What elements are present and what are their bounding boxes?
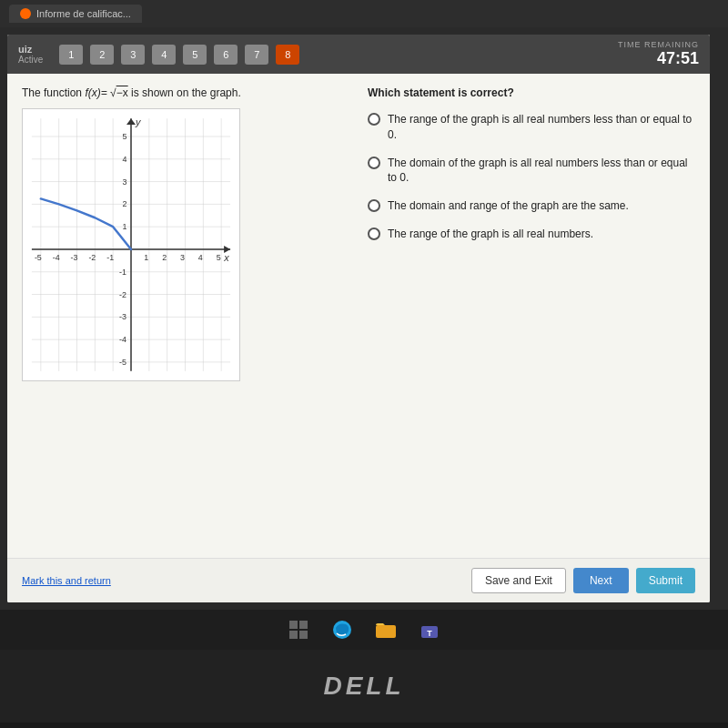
quiz-container: uiz Active 1 2 3 4 5 6 7 8 TIME REMAININ… bbox=[7, 35, 710, 602]
taskbar-folder-icon[interactable] bbox=[373, 617, 399, 642]
quiz-title-area: uiz Active bbox=[18, 44, 43, 65]
svg-text:-5: -5 bbox=[35, 253, 42, 262]
answer-text-1: The range of the graph is all real numbe… bbox=[388, 112, 695, 143]
right-panel: Which statement is correct? The range of… bbox=[368, 86, 695, 545]
svg-text:-1: -1 bbox=[106, 253, 114, 262]
svg-text:-4: -4 bbox=[119, 335, 126, 344]
radio-3[interactable] bbox=[368, 199, 380, 212]
svg-rect-48 bbox=[289, 621, 298, 629]
question-btn-1[interactable]: 1 bbox=[59, 45, 83, 65]
svg-rect-50 bbox=[289, 631, 298, 639]
taskbar-edge-icon[interactable] bbox=[329, 617, 355, 642]
svg-text:y: y bbox=[135, 116, 141, 127]
monitor-screen: uiz Active 1 2 3 4 5 6 7 8 TIME REMAININ… bbox=[0, 27, 728, 610]
browser-tab[interactable]: Informe de calificac... bbox=[9, 5, 142, 23]
question-btn-4[interactable]: 4 bbox=[152, 45, 176, 65]
svg-text:4: 4 bbox=[123, 155, 127, 164]
answer-text-2: The domain of the graph is all real numb… bbox=[388, 156, 695, 187]
which-statement: Which statement is correct? bbox=[368, 86, 695, 99]
edge-icon bbox=[331, 619, 353, 641]
radio-2[interactable] bbox=[368, 157, 380, 169]
answer-text-3: The domain and range of the graph are th… bbox=[388, 198, 629, 214]
svg-text:1: 1 bbox=[123, 222, 127, 231]
svg-text:2: 2 bbox=[162, 253, 167, 262]
dell-area: DELL bbox=[0, 650, 728, 723]
svg-text:5: 5 bbox=[217, 253, 221, 262]
svg-text:-2: -2 bbox=[119, 290, 126, 299]
svg-text:5: 5 bbox=[123, 132, 127, 141]
taskbar: T bbox=[0, 610, 728, 650]
graph-svg: y x -5 -4 -3 -2 -1 1 2 3 4 5 bbox=[23, 109, 239, 380]
submit-button[interactable]: Submit bbox=[636, 568, 695, 593]
question-text: The function f(x)= √−x is shown on the g… bbox=[22, 86, 349, 99]
svg-text:2: 2 bbox=[123, 199, 127, 208]
radio-4[interactable] bbox=[368, 228, 380, 240]
svg-text:1: 1 bbox=[144, 253, 148, 262]
svg-text:3: 3 bbox=[123, 177, 127, 187]
svg-text:-3: -3 bbox=[119, 312, 126, 321]
tab-title: Informe de calificac... bbox=[36, 8, 131, 19]
svg-marker-25 bbox=[126, 118, 136, 125]
svg-rect-49 bbox=[299, 621, 308, 629]
left-panel: The function f(x)= √−x is shown on the g… bbox=[22, 86, 349, 545]
dell-logo: DELL bbox=[323, 672, 404, 701]
answer-text-4: The range of the graph is all real numbe… bbox=[388, 227, 593, 242]
svg-text:-5: -5 bbox=[119, 358, 126, 367]
answer-option-1[interactable]: The range of the graph is all real numbe… bbox=[368, 112, 695, 143]
svg-text:T: T bbox=[427, 629, 432, 638]
radio-1[interactable] bbox=[368, 113, 380, 126]
svg-text:-2: -2 bbox=[88, 253, 96, 262]
footer-buttons: Save and Exit Next Submit bbox=[471, 568, 695, 593]
answer-option-4[interactable]: The range of the graph is all real numbe… bbox=[368, 227, 695, 242]
answer-option-2[interactable]: The domain of the graph is all real numb… bbox=[368, 156, 695, 187]
windows-grid-icon bbox=[288, 620, 308, 640]
question-btn-6[interactable]: 6 bbox=[214, 45, 238, 65]
question-btn-8[interactable]: 8 bbox=[276, 45, 299, 65]
time-label: TIME REMAINING bbox=[618, 40, 699, 49]
svg-rect-51 bbox=[299, 631, 308, 639]
quiz-footer: Mark this and return Save and Exit Next … bbox=[7, 558, 710, 602]
svg-text:-4: -4 bbox=[53, 253, 60, 262]
taskbar-start-icon[interactable] bbox=[286, 617, 311, 642]
quiz-label: uiz bbox=[18, 44, 43, 55]
question-btn-3[interactable]: 3 bbox=[121, 45, 145, 65]
folder-icon bbox=[375, 620, 397, 640]
svg-rect-53 bbox=[376, 625, 396, 638]
svg-text:-1: -1 bbox=[119, 268, 126, 277]
svg-text:3: 3 bbox=[180, 253, 185, 262]
quiz-nav-bar: uiz Active 1 2 3 4 5 6 7 8 TIME REMAININ… bbox=[7, 35, 710, 74]
graph-area: y x -5 -4 -3 -2 -1 1 2 3 4 5 bbox=[22, 108, 240, 381]
question-content: The function f(x)= √−x is shown on the g… bbox=[7, 74, 710, 558]
teams-icon: T bbox=[419, 619, 440, 641]
svg-text:-3: -3 bbox=[71, 253, 78, 262]
save-exit-button[interactable]: Save and Exit bbox=[471, 568, 566, 593]
answer-option-3[interactable]: The domain and range of the graph are th… bbox=[368, 198, 695, 214]
time-value: 47:51 bbox=[618, 49, 699, 68]
next-button[interactable]: Next bbox=[573, 568, 629, 593]
svg-text:4: 4 bbox=[198, 253, 203, 262]
mark-return-link[interactable]: Mark this and return bbox=[22, 575, 111, 586]
browser-tab-bar: Informe de calificac... bbox=[0, 0, 728, 27]
question-btn-2[interactable]: 2 bbox=[90, 45, 114, 65]
taskbar-teams-icon[interactable]: T bbox=[417, 617, 442, 642]
question-btn-5[interactable]: 5 bbox=[183, 45, 207, 65]
tab-favicon bbox=[20, 8, 31, 19]
question-btn-7[interactable]: 7 bbox=[245, 45, 268, 65]
svg-text:x: x bbox=[223, 252, 229, 263]
time-remaining-area: TIME REMAINING 47:51 bbox=[618, 40, 699, 68]
quiz-status: Active bbox=[18, 55, 43, 65]
